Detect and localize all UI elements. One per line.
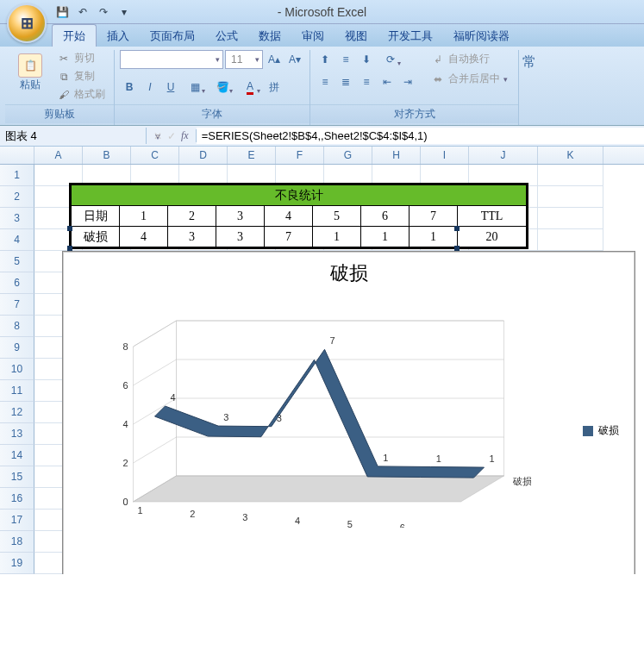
tab-formulas[interactable]: 公式 <box>205 25 248 47</box>
table-val-5[interactable]: 1 <box>361 227 410 247</box>
increase-font-icon[interactable]: A▴ <box>265 50 284 69</box>
row-header-11[interactable]: 11 <box>0 380 34 402</box>
selection-handle[interactable] <box>454 226 460 231</box>
col-header-B[interactable]: B <box>83 147 131 164</box>
paste-button[interactable]: 📋 粘贴 <box>10 50 50 96</box>
col-header-E[interactable]: E <box>228 147 276 164</box>
row-header-14[interactable]: 14 <box>0 445 34 466</box>
row-header-1[interactable]: 1 <box>0 165 34 186</box>
office-button[interactable]: ⊞ <box>7 3 47 43</box>
align-middle-icon[interactable]: ≡ <box>336 50 355 69</box>
row-header-8[interactable]: 8 <box>0 316 34 337</box>
name-box-input[interactable] <box>0 128 155 144</box>
font-color-button[interactable]: A <box>237 78 263 97</box>
italic-button[interactable]: I <box>141 78 159 97</box>
col-header-G[interactable]: G <box>324 147 372 164</box>
table-val-2[interactable]: 3 <box>216 227 265 247</box>
undo-icon[interactable]: ↶ <box>74 3 91 21</box>
row-header-12[interactable]: 12 <box>0 402 34 423</box>
wrap-text-button[interactable]: ↲自动换行 <box>426 50 513 68</box>
select-all-corner[interactable] <box>0 147 34 164</box>
row-header-19[interactable]: 19 <box>0 553 34 574</box>
align-left-icon[interactable]: ≡ <box>316 72 335 91</box>
table-date-0[interactable]: 1 <box>120 206 168 227</box>
tab-view[interactable]: 视图 <box>335 25 378 47</box>
align-center-icon[interactable]: ≣ <box>336 72 355 91</box>
row-header-16[interactable]: 16 <box>0 488 34 510</box>
name-box[interactable]: ▾ <box>0 128 147 144</box>
redo-icon[interactable]: ↷ <box>95 3 112 21</box>
tab-dev-tools[interactable]: 开发工具 <box>378 25 443 47</box>
col-header-C[interactable]: C <box>131 147 179 164</box>
align-bottom-icon[interactable]: ⬇ <box>357 50 376 69</box>
chart-plot-area[interactable]: 0246843371111234567破损 <box>97 312 531 528</box>
table-date-1[interactable]: 2 <box>168 206 216 227</box>
chart-title[interactable]: 破损 <box>63 252 635 295</box>
border-button[interactable]: ▦ <box>182 78 208 97</box>
col-header-A[interactable]: A <box>34 147 83 164</box>
table-val-0[interactable]: 4 <box>120 227 168 247</box>
table-val-1[interactable]: 3 <box>168 227 216 247</box>
row-header-9[interactable]: 9 <box>0 337 34 359</box>
tab-start[interactable]: 开始 <box>52 24 97 47</box>
table-date-6[interactable]: 7 <box>410 206 458 227</box>
format-painter-button[interactable]: 🖌格式刷 <box>53 86 109 103</box>
tab-foxit[interactable]: 福昕阅读器 <box>443 25 520 47</box>
row-header-18[interactable]: 18 <box>0 531 34 553</box>
orientation-icon[interactable]: ⟳ <box>378 50 403 69</box>
decrease-indent-icon[interactable]: ⇤ <box>378 72 397 91</box>
table-val-4[interactable]: 1 <box>313 227 361 247</box>
font-size-dropdown[interactable]: 11 <box>225 50 263 69</box>
tab-review[interactable]: 审阅 <box>291 25 335 47</box>
chart-legend[interactable]: 破损 <box>583 423 619 438</box>
col-header-F[interactable]: F <box>276 147 324 164</box>
tab-page-layout[interactable]: 页面布局 <box>140 25 205 47</box>
font-name-dropdown[interactable] <box>120 50 223 69</box>
table-date-3[interactable]: 4 <box>265 206 313 227</box>
align-right-icon[interactable]: ≡ <box>357 72 376 91</box>
fill-color-button[interactable]: 🪣 <box>209 78 235 97</box>
table-date-2[interactable]: 3 <box>216 206 265 227</box>
align-top-icon[interactable]: ⬆ <box>316 50 335 69</box>
table-row2-label[interactable]: 破损 <box>72 227 120 247</box>
row-header-13[interactable]: 13 <box>0 423 34 445</box>
tab-insert[interactable]: 插入 <box>97 25 140 47</box>
cancel-formula-icon[interactable]: ✕ <box>153 130 162 142</box>
chart-object[interactable]: 破损 0246843371111234567破损 破损 <box>62 251 635 574</box>
cell-K4[interactable] <box>538 229 603 251</box>
col-header-K[interactable]: K <box>538 147 603 164</box>
table-date-4[interactable]: 5 <box>313 206 361 227</box>
table-date-5[interactable]: 6 <box>361 206 410 227</box>
row-header-7[interactable]: 7 <box>0 294 34 316</box>
table-title[interactable]: 不良统计 <box>72 185 527 206</box>
row-header-3[interactable]: 3 <box>0 208 34 229</box>
row-header-6[interactable]: 6 <box>0 272 34 294</box>
table-val-6[interactable]: 1 <box>410 227 458 247</box>
increase-indent-icon[interactable]: ⇥ <box>398 72 417 91</box>
table-date-7[interactable]: TTL <box>458 206 527 227</box>
tab-data[interactable]: 数据 <box>248 25 291 47</box>
row-header-10[interactable]: 10 <box>0 359 34 380</box>
formula-input[interactable]: =SERIES(Sheet2!$B$4,,Sheet2!$C$4:$I$4,1) <box>197 128 644 144</box>
bold-button[interactable]: B <box>120 78 139 97</box>
underline-button[interactable]: U <box>161 78 180 97</box>
row-header-4[interactable]: 4 <box>0 229 34 251</box>
cell-K2[interactable] <box>538 186 603 208</box>
row-header-15[interactable]: 15 <box>0 466 34 488</box>
table-val-7[interactable]: 20 <box>458 227 527 247</box>
col-header-I[interactable]: I <box>421 147 469 164</box>
col-header-H[interactable]: H <box>372 147 421 164</box>
table-row1-label[interactable]: 日期 <box>72 206 120 227</box>
col-header-D[interactable]: D <box>179 147 228 164</box>
enter-formula-icon[interactable]: ✓ <box>167 130 176 142</box>
copy-button[interactable]: ⧉复制 <box>53 68 109 84</box>
cell-K3[interactable] <box>538 208 603 229</box>
fx-icon[interactable]: fx <box>181 129 189 142</box>
merge-center-button[interactable]: ⬌合并后居中 ▾ <box>426 70 513 88</box>
row-header-5[interactable]: 5 <box>0 251 34 272</box>
phonetic-button[interactable]: 拼 <box>265 78 284 97</box>
decrease-font-icon[interactable]: A▾ <box>285 50 304 69</box>
cut-button[interactable]: ✂剪切 <box>53 50 109 66</box>
table-val-3[interactable]: 7 <box>265 227 313 247</box>
save-icon[interactable]: 💾 <box>53 3 71 21</box>
